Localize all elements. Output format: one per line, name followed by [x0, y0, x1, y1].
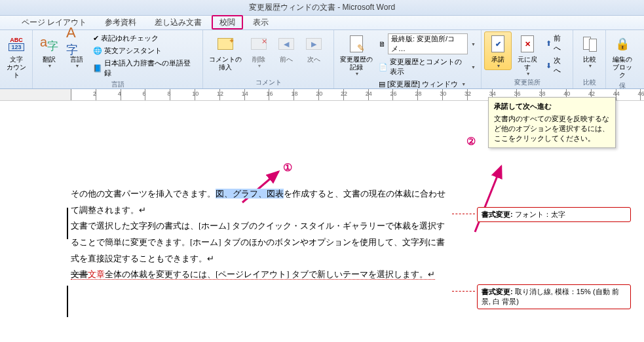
display-icon: 🗎 [379, 40, 386, 48]
annotation-number-2: ② [466, 135, 476, 147]
language-button[interactable]: A字 言語 ▼ [63, 31, 90, 70]
annotation-number-1: ① [283, 161, 292, 174]
revision-balloon-1[interactable]: 書式変更: フォント：太字 [477, 207, 631, 222]
group-label-changes: 変更箇所 [484, 78, 570, 88]
prev-comment-icon: ◀ [276, 33, 297, 54]
group-label-proof [3, 87, 29, 88]
jpn-ime-register-button[interactable]: 📘 日本語入力辞書への単語登録 [92, 58, 199, 79]
next-comment-icon: ▶ [303, 33, 324, 54]
translate-label: 翻訳 [43, 56, 56, 64]
group-label-comments: コメント [206, 78, 331, 88]
chevron-down-icon: ▼ [75, 64, 80, 68]
next-comment-button[interactable]: ▶ 次へ [300, 31, 328, 66]
text-run: 全体の体裁を変更するには、[ページレイアウト] タブで新しいテーマを選択します。 [105, 269, 428, 279]
prev-change-button[interactable]: ⬆ 前へ [544, 33, 569, 54]
accept-label: 承諾 [491, 56, 504, 64]
document-page[interactable]: その他の文書パーツを挿入できます。図、グラフ、図表を作成すると、文書の現在の体裁… [71, 186, 451, 283]
compare-button[interactable]: 比較 ▼ [576, 31, 603, 70]
eibun-label: 英文アシスタント [104, 46, 162, 56]
chevron-down-icon: ▼ [588, 64, 593, 68]
show-markup-button[interactable]: 📄 変更履歴とコメントの表示 ▼ [377, 56, 477, 77]
ribbon-group-protect: 🔒 編集のブロック 保 [606, 30, 639, 88]
tooltip-body: 文書内のすべての変更を反映するなど他のオプションを選択するには、ここをクリックし… [494, 114, 610, 143]
assistant-icon: 🌐 [93, 47, 102, 55]
reviewing-pane-button[interactable]: ▤ [変更履歴] ウィンドウ ▼ [377, 79, 477, 90]
track-changes-button[interactable]: ✎ 変更履歴の記録 ▼ [337, 31, 376, 78]
para-mark: ↵ [207, 254, 214, 263]
new-comment-icon: ✦ [215, 33, 236, 54]
hyoki-check-button[interactable]: ✔ 表記ゆれチェック [92, 33, 199, 44]
protect-button[interactable]: 🔒 編集のブロック [609, 31, 636, 81]
tab-review[interactable]: 校閲 [212, 15, 243, 29]
chevron-down-icon: ▼ [257, 64, 262, 68]
compare-icon [579, 33, 600, 54]
chevron-down-icon: ▼ [355, 71, 360, 76]
new-comment-button[interactable]: ✦ コメントの挿入 [206, 31, 245, 73]
change-bar [67, 208, 68, 239]
balloon-text: フォント：太字 [515, 210, 565, 218]
chevron-down-icon: ▼ [471, 65, 476, 69]
delete-comment-label: 削除 [252, 56, 265, 64]
paragraph-3[interactable]: 文書文章全体の体裁を変更するには、[ページレイアウト] タブで新しいテーマを選択… [71, 269, 435, 280]
chevron-down-icon: ▼ [497, 64, 501, 68]
window-title: 変更履歴ウィンドの文書 - Microsoft Word [249, 2, 395, 13]
reviewing-pane-label: [変更履歴] ウィンドウ [387, 79, 458, 89]
revision-balloon-2[interactable]: 書式変更: 取り消し線, 模様：15% (自動 前景, 白 背景) [477, 284, 631, 309]
display-for-review-dropdown[interactable]: 🗎 最終版: 変更箇所/コメ… ▼ [377, 33, 477, 55]
delete-comment-icon: ✕ [248, 33, 269, 54]
tab-view[interactable]: 表示 [244, 14, 277, 29]
next-icon: ⬇ [546, 62, 552, 70]
chevron-down-icon: ▼ [461, 82, 466, 86]
tab-references[interactable]: 参考資料 [96, 14, 145, 29]
ribbon-group-tracking: ✎ 変更履歴の記録 ▼ 🗎 最終版: 変更箇所/コメ… ▼ 📄 変更履歴とコメン… [334, 30, 482, 88]
accept-icon: ✔ [487, 33, 508, 54]
deleted-text: 文書 [71, 269, 88, 279]
chevron-down-icon: ▼ [471, 42, 476, 47]
inserted-text: 文章 [88, 269, 105, 279]
protect-label: 編集のブロック [612, 56, 633, 79]
eibun-assistant-button[interactable]: 🌐 英文アシスタント [92, 45, 199, 56]
next-change-button[interactable]: ⬇ 次へ [544, 55, 569, 76]
tab-mailings[interactable]: 差し込み文書 [146, 14, 210, 29]
word-count-button[interactable]: ABC 123 文字カウント [3, 31, 30, 81]
balloon-label: 書式変更: [482, 210, 513, 218]
para-mark: ↵ [428, 269, 435, 279]
ribbon-group-changes: ✔ 承諾 ▼ ✕ 元に戻す ▼ ⬆ 前へ ⬇ 次へ 変更箇所 [482, 30, 573, 88]
display-for-review-label: 最終版: 変更箇所/コメ… [388, 33, 468, 54]
chevron-down-icon: ▼ [526, 71, 531, 76]
balloon-label: 書式変更: [482, 288, 513, 295]
prev-comment-button[interactable]: ◀ 前へ [273, 31, 300, 66]
ribbon-tooltip: 承諾して次へ進む 文書内のすべての変更を反映するなど他のオプションを選択するには… [488, 97, 616, 148]
show-markup-label: 変更履歴とコメントの表示 [390, 57, 468, 77]
track-changes-label: 変更履歴の記録 [340, 56, 373, 71]
check-icon: ✔ [93, 34, 99, 43]
markup-icon: 📄 [379, 63, 388, 71]
ribbon-group-proofing: ABC 123 文字カウント [0, 30, 33, 88]
next2-label: 次へ [554, 56, 567, 75]
translate-icon: a字 [39, 33, 60, 54]
ribbon-group-compare: 比較 ▼ 比較 [573, 30, 606, 88]
ime-icon: 📘 [93, 64, 102, 73]
pane-icon: ▤ [379, 80, 385, 88]
new-comment-label: コメントの挿入 [209, 56, 242, 71]
reject-icon: ✕ [517, 33, 538, 54]
paragraph-2[interactable]: 文書で選択した文字列の書式は、[ホーム] タブのクイック・スタイル・ギャラリーで… [71, 218, 451, 267]
tooltip-title: 承諾して次へ進む [494, 102, 610, 111]
annotation-arrow-2 [472, 163, 511, 235]
reject-button[interactable]: ✕ 元に戻す ▼ [512, 31, 543, 78]
chevron-down-icon: ▼ [48, 64, 52, 68]
accept-button[interactable]: ✔ 承諾 ▼ [484, 31, 512, 70]
prev2-label: 前へ [554, 33, 567, 53]
paragraph-1[interactable]: その他の文書パーツを挿入できます。図、グラフ、図表を作成すると、文書の現在の体裁… [71, 186, 451, 218]
translate-button[interactable]: a字 翻訳 ▼ [35, 31, 63, 70]
ribbon-group-language: a字 翻訳 ▼ A字 言語 ▼ ✔ 表記ゆれチェック 🌐 英文アシスタント [33, 30, 203, 88]
abc-icon: ABC 123 [6, 33, 27, 54]
next-comment-label: 次へ [307, 56, 320, 64]
prev-comment-label: 前へ [280, 56, 293, 64]
delete-comment-button[interactable]: ✕ 削除 ▼ [245, 31, 273, 70]
word-count-label: 文字カウント [6, 56, 27, 79]
hyoki-label: 表記ゆれチェック [101, 33, 159, 43]
group-label-compare: 比較 [576, 78, 603, 88]
ribbon-tabs: ページ レイアウト 参考資料 差し込み文書 校閲 表示 [0, 16, 644, 30]
globe-icon: A字 [66, 33, 87, 54]
